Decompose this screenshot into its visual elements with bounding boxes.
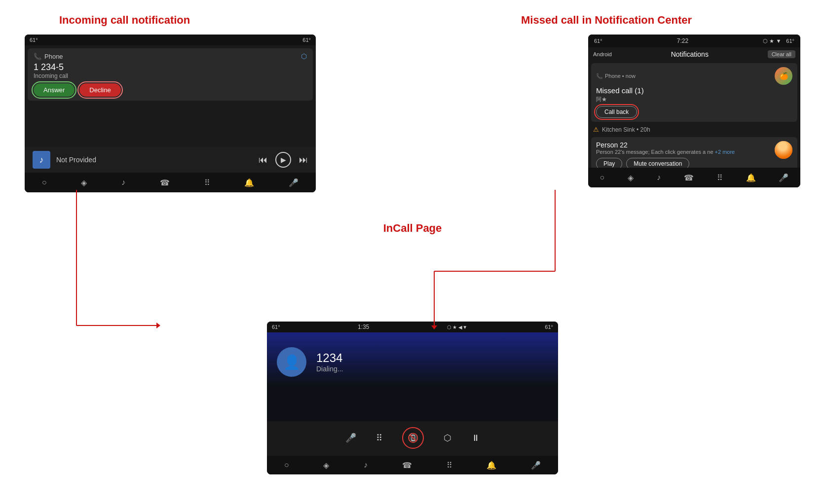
incall-contact-row: 👤 1234 Dialing... bbox=[277, 347, 343, 377]
incoming-bottom-nav: ○ ◈ ♪ ☎ ⠿ 🔔 🎤 bbox=[25, 173, 316, 192]
incoming-status-bar: 61° 61° bbox=[25, 35, 316, 45]
notification-header: 📞 Phone ⬡ bbox=[34, 52, 307, 60]
kitchen-sink-divider: ⚠ Kitchen Sink • 20h bbox=[588, 124, 800, 135]
missed-call-screen: 61° 7:22 ⬡ ★ ▼ 61° Android Notifications… bbox=[588, 35, 800, 187]
nc-phone-nav-icon[interactable]: ☎ bbox=[684, 173, 694, 182]
nc-time: 7:22 bbox=[677, 37, 688, 44]
incoming-notification-panel: 📞 Phone ⬡ 1 234-5 Incoming call Answer D… bbox=[28, 48, 313, 101]
nc-more-label: +2 more bbox=[715, 149, 735, 155]
call-back-button[interactable]: Call back bbox=[596, 106, 637, 118]
bluetooth-button[interactable]: ⬡ bbox=[444, 432, 451, 443]
incall-main: 👤 1234 Dialing... bbox=[267, 332, 558, 421]
incall-bottom-nav: ○ ◈ ♪ ☎ ⠿ 🔔 🎤 bbox=[267, 456, 558, 474]
media-controls: ⏮ ▶ ⏭ bbox=[259, 152, 308, 168]
music-icon: ♪ bbox=[33, 151, 50, 169]
missed-call-subtitle: 阿★ bbox=[596, 96, 792, 103]
incoming-status-right: 61° bbox=[302, 37, 311, 43]
incall-title: InCall Page bbox=[383, 222, 442, 235]
dialpad-nav-icon[interactable]: ⠿ bbox=[204, 178, 210, 187]
nc-notification-nav-icon[interactable]: 🔔 bbox=[746, 173, 756, 182]
incall-avatar: 👤 bbox=[277, 347, 306, 377]
call-actions: Answer Decline bbox=[34, 83, 307, 97]
nc-status-right: ⬡ ★ ▼ 61° bbox=[763, 38, 794, 44]
incall-nav-icon-2[interactable]: ◈ bbox=[323, 461, 329, 470]
incoming-call-title: Incoming call notification bbox=[59, 14, 190, 27]
android-label: Android bbox=[593, 51, 612, 57]
incall-status-right: 61° bbox=[545, 324, 553, 330]
contact-avatar-icon: 👤 bbox=[283, 354, 300, 370]
nav-icon-2[interactable]: ◈ bbox=[81, 178, 87, 187]
decline-button[interactable]: Decline bbox=[79, 83, 120, 97]
nc-dialpad-nav-icon[interactable]: ⠿ bbox=[717, 173, 723, 182]
person22-content-row: Person 22 Person 22's message; Each clic… bbox=[596, 141, 792, 170]
end-call-button[interactable]: 📵 bbox=[402, 427, 424, 449]
answer-button[interactable]: Answer bbox=[34, 83, 75, 97]
incall-contact-info: 1234 Dialing... bbox=[316, 351, 343, 373]
music-nav-icon[interactable]: ♪ bbox=[121, 178, 125, 187]
incall-dialpad-nav-icon[interactable]: ⠿ bbox=[447, 461, 452, 470]
incoming-call-status: Incoming call bbox=[34, 72, 307, 79]
nc-status-right-temp: 61° bbox=[786, 38, 794, 44]
mute-button[interactable]: 🎤 bbox=[345, 432, 356, 443]
mic-nav-icon[interactable]: 🎤 bbox=[289, 178, 299, 187]
play-button[interactable]: ▶ bbox=[275, 152, 291, 168]
incall-mic-nav-icon[interactable]: 🎤 bbox=[531, 461, 541, 470]
incoming-status-left: 61° bbox=[30, 37, 38, 43]
nc-home-icon[interactable]: ○ bbox=[600, 173, 604, 182]
incall-music-nav-icon[interactable]: ♪ bbox=[364, 461, 368, 469]
missed-call-avatar: 🍊 bbox=[775, 67, 792, 85]
incoming-app-name: Phone bbox=[44, 53, 63, 60]
person22-avatar bbox=[775, 141, 792, 159]
warning-icon: ⚠ bbox=[593, 126, 599, 133]
incall-status-left: 61° bbox=[272, 324, 280, 330]
person22-msg: Person 22's message; Each click generate… bbox=[596, 149, 771, 155]
home-icon[interactable]: ○ bbox=[42, 178, 47, 187]
incall-screen: 61° 1:35 ⬡ ★ ◀▼ 61° 👤 1234 Dialing... 🎤 … bbox=[267, 322, 558, 474]
now-playing-title: Not Provided bbox=[56, 156, 259, 164]
hold-button[interactable]: ⏸ bbox=[471, 433, 480, 443]
dialpad-button[interactable]: ⠿ bbox=[376, 432, 382, 443]
incall-phone-nav-icon[interactable]: ☎ bbox=[402, 461, 412, 470]
nc-title-row: Android Notifications Clear all bbox=[588, 47, 800, 61]
nc-music-nav-icon[interactable]: ♪ bbox=[657, 173, 661, 182]
incoming-call-screen: 61° 61° 📞 Phone ⬡ 1 234-5 Incoming call … bbox=[25, 35, 316, 192]
phone-nav-icon[interactable]: ☎ bbox=[160, 178, 170, 187]
clear-all-button[interactable]: Clear all bbox=[768, 50, 795, 58]
missed-call-title: Missed call in Notification Center bbox=[521, 14, 692, 27]
nc-notif-source: 📞 Phone • now bbox=[596, 73, 636, 79]
notification-nav-icon[interactable]: 🔔 bbox=[244, 178, 254, 187]
incall-controls: 🎤 ⠿ 📵 ⬡ ⏸ bbox=[267, 421, 558, 455]
notifications-title: Notifications bbox=[671, 50, 709, 58]
bluetooth-icon: ⬡ bbox=[301, 52, 307, 60]
nc-mic-nav-icon[interactable]: 🎤 bbox=[779, 173, 788, 182]
nc-notif-header: 📞 Phone • now 🍊 bbox=[596, 67, 792, 85]
prev-button[interactable]: ⏮ bbox=[259, 155, 267, 165]
incall-status-icons: ⬡ ★ ◀▼ bbox=[447, 324, 467, 330]
incall-home-icon[interactable]: ○ bbox=[284, 461, 289, 469]
nc-bottom-nav: ○ ◈ ♪ ☎ ⠿ 🔔 🎤 bbox=[588, 168, 800, 187]
phone-source-icon: 📞 bbox=[596, 73, 603, 79]
missed-call-title-text: Missed call (1) bbox=[596, 86, 792, 95]
incoming-call-number: 1 234-5 bbox=[34, 62, 307, 72]
nc-status-bar: 61° 7:22 ⬡ ★ ▼ 61° bbox=[588, 35, 800, 47]
now-playing-bar: ♪ Not Provided ⏮ ▶ ⏭ bbox=[25, 147, 316, 173]
incall-status-text: Dialing... bbox=[316, 365, 343, 373]
phone-notification: 📞 Phone • now 🍊 Missed call (1) 阿★ Call … bbox=[591, 63, 797, 122]
phone-icon: 📞 bbox=[34, 53, 41, 60]
nc-nav-icon-2[interactable]: ◈ bbox=[628, 173, 634, 182]
kitchen-sink-source: Kitchen Sink • 20h bbox=[602, 126, 650, 133]
phone-source-text: Phone • now bbox=[605, 73, 636, 79]
person22-content: Person 22 Person 22's message; Each clic… bbox=[596, 141, 771, 170]
next-button[interactable]: ⏭ bbox=[299, 155, 308, 165]
svg-marker-2 bbox=[156, 323, 160, 328]
nc-status-left: 61° bbox=[594, 38, 602, 44]
incall-notification-nav-icon[interactable]: 🔔 bbox=[487, 461, 496, 470]
nc-status-icons: ⬡ ★ ▼ bbox=[763, 38, 781, 44]
person22-title: Person 22 bbox=[596, 141, 771, 149]
incall-status-time: 1:35 bbox=[358, 324, 369, 330]
incall-number: 1234 bbox=[316, 351, 343, 365]
incall-status-bar: 61° 1:35 ⬡ ★ ◀▼ 61° bbox=[267, 322, 558, 332]
